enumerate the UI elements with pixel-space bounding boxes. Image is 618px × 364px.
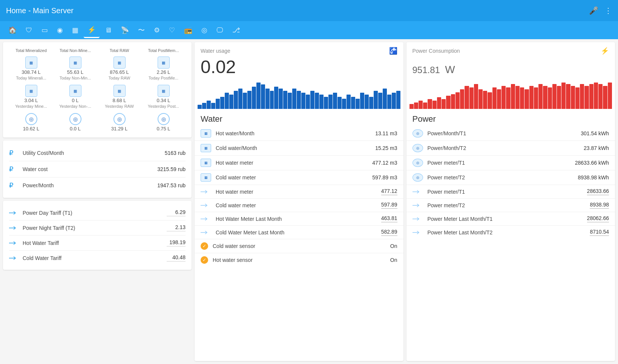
power-row-0: ◎Power/Month/T1301.54 kWh xyxy=(406,126,615,141)
nav-wave[interactable]: 〜 xyxy=(134,23,149,38)
power-unit: W xyxy=(445,64,455,75)
water-bar xyxy=(319,95,324,109)
water-bar xyxy=(351,97,355,109)
meter-icon-y3: ▦ xyxy=(113,85,126,97)
nav-screen[interactable]: 🖵 xyxy=(213,23,227,37)
power-bar xyxy=(598,84,603,109)
meter-total-3: ◎ 31.29 L xyxy=(97,112,141,133)
arrow-icon-1 xyxy=(9,226,18,230)
mic-icon[interactable]: 🎤 xyxy=(589,6,598,15)
nav-display[interactable]: ▭ xyxy=(38,23,52,37)
arrow-icon xyxy=(201,217,211,221)
sensor-value-0: On xyxy=(390,243,397,249)
meter-yest-val-4: 0.34 L xyxy=(156,98,170,103)
nav-gear[interactable]: ⚙ xyxy=(150,23,164,37)
meter-icon-3: ▦ xyxy=(113,57,126,69)
power-panel-header: Power Consumption ⚡ xyxy=(406,42,615,57)
nav-monitor[interactable]: 🖥 xyxy=(101,23,115,37)
water-panel: Water usage 🚰 0.02 Water ▦Hot water/Mont… xyxy=(195,42,403,361)
nav-antenna[interactable]: 📡 xyxy=(117,23,133,37)
nav-home[interactable]: 🏠 xyxy=(5,23,20,37)
power-bar xyxy=(575,87,580,109)
power-bar xyxy=(437,97,441,109)
power-row-label-0: Power/Month/T1 xyxy=(428,130,581,136)
menu-icon[interactable]: ⋮ xyxy=(604,6,612,15)
power-row-value-1: 23.87 kWh xyxy=(584,145,609,151)
water-row-7: Cold Water Meter Last Month582.89 xyxy=(195,226,403,239)
arrow-icon-3 xyxy=(9,256,18,260)
water-row-2: ▦Hot water meter477.12 m3 xyxy=(195,156,403,170)
nav-shield[interactable]: 🛡 xyxy=(22,23,36,37)
power-bar xyxy=(501,86,506,109)
topbar-actions: 🎤 ⋮ xyxy=(589,6,612,15)
ruble-icon-2: ₽ xyxy=(9,165,18,173)
power-bar xyxy=(451,94,455,109)
gauge-icon: ◎ xyxy=(413,144,423,152)
power-bar xyxy=(529,86,534,109)
gauge-icon: ◎ xyxy=(413,129,423,138)
water-row-value-2: 477.12 m3 xyxy=(372,160,397,166)
water-row-value-4: 477.12 xyxy=(381,188,397,195)
water-bar xyxy=(392,93,396,109)
power-bar xyxy=(548,87,552,109)
power-bar xyxy=(584,86,589,109)
water-row-4: Hot water meter477.12 xyxy=(195,185,403,199)
water-row-5: Cold water meter597.89 xyxy=(195,199,403,212)
nav-ring[interactable]: ◎ xyxy=(198,23,211,37)
nav-radio[interactable]: 📻 xyxy=(180,23,196,37)
water-row-value-7: 582.89 xyxy=(381,229,397,236)
water-bar xyxy=(306,95,310,109)
water-row-value-5: 597.89 xyxy=(381,202,397,209)
power-bar xyxy=(543,86,547,109)
nav-heart[interactable]: ♡ xyxy=(165,23,179,37)
arrow-icon xyxy=(201,230,211,235)
water-bar xyxy=(256,83,261,109)
nav-grid[interactable]: ▦ xyxy=(68,23,82,37)
meter-yest-3: ▦ 8.68 L Yesterday RAW xyxy=(97,83,141,110)
nav-lightning[interactable]: ⚡ xyxy=(84,23,100,38)
water-row-label-7: Cold Water Meter Last Month xyxy=(216,229,381,236)
power-bar xyxy=(428,99,432,109)
water-row-6: Hot Water Meter Last Month463.81 xyxy=(195,212,403,226)
arrow-icon xyxy=(413,230,423,235)
water-bar xyxy=(265,89,270,109)
power-row-value-5: 8938.98 xyxy=(590,202,609,209)
water-bar xyxy=(279,89,283,109)
ruble-icon-3: ₽ xyxy=(9,181,18,190)
power-bar xyxy=(515,86,520,109)
meter-header-1: Total Mineralized xyxy=(9,47,53,54)
topbar: Home - Main Server 🎤 ⋮ xyxy=(0,0,618,21)
meter-yest-lbl-3: Yesterday RAW xyxy=(105,104,134,109)
water-bar xyxy=(238,89,242,109)
water-bar xyxy=(333,93,337,109)
power-bar xyxy=(566,84,570,109)
nav-circle[interactable]: ◉ xyxy=(53,23,67,37)
meters-card: Total Mineralized Total Non-Mine... Tota… xyxy=(3,42,192,138)
power-month-value: 1947.53 rub xyxy=(157,182,186,188)
water-bar xyxy=(365,95,369,109)
power-bar xyxy=(580,84,584,109)
power-column: Power Consumption ⚡ 951.81 W Power ◎Powe… xyxy=(406,42,615,361)
water-bar xyxy=(310,91,314,109)
power-row-2: ◎Power meter/T128633.66 kWh xyxy=(406,156,615,170)
power-bar xyxy=(442,99,446,109)
arrow-icon xyxy=(413,190,423,194)
meter-today-lbl-4: Today PostMe... xyxy=(149,76,178,80)
power-row-value-0: 301.54 kWh xyxy=(581,130,609,136)
water-bar xyxy=(292,89,296,109)
power-panel-icon: ⚡ xyxy=(601,47,609,55)
meter-total-2: ◎ 0.0 L xyxy=(53,112,97,133)
power-bar xyxy=(492,87,497,109)
meter-yest-val-3: 8.68 L xyxy=(112,98,126,103)
power-row-label-5: Power meter/T2 xyxy=(428,202,590,208)
water-row-value-3: 597.89 m3 xyxy=(372,174,397,180)
tariff-label-2: Hot Water Tariff xyxy=(23,240,167,246)
meter-today-val-4: 2.26 L xyxy=(156,69,170,75)
meter-today-lbl-1: Today Minerali... xyxy=(16,76,46,80)
tariff-label-3: Cold Water Tariff xyxy=(23,255,167,261)
power-bar xyxy=(552,84,557,109)
water-bar xyxy=(315,93,319,109)
nav-branch[interactable]: ⎇ xyxy=(228,23,244,37)
water-bar xyxy=(229,95,233,109)
gauge-icon: ◎ xyxy=(413,159,423,167)
